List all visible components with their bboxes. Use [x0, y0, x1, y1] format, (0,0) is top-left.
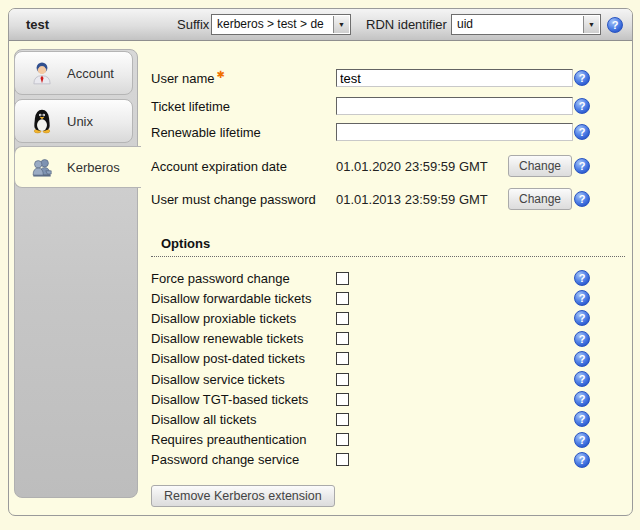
option-label: Disallow all tickets	[151, 412, 336, 427]
help-icon[interactable]: ?	[574, 432, 590, 448]
help-icon[interactable]: ?	[574, 158, 590, 174]
disallow-forwardable-checkbox[interactable]	[336, 292, 349, 305]
help-icon[interactable]: ?	[574, 371, 590, 387]
option-label: Disallow service tickets	[151, 372, 336, 387]
user-name-row: User name✱ ?	[151, 66, 590, 90]
sidebar-item-kerberos[interactable]: Kerberos	[14, 146, 141, 188]
must-change-password-row: User must change password 01.01.2013 23:…	[151, 187, 590, 211]
option-row-password-change-service: Password change service ?	[151, 450, 590, 470]
people-group-icon	[29, 154, 55, 180]
rdn-identifier-select[interactable]: uid ▼	[451, 14, 601, 35]
sidebar-item-label: Unix	[67, 114, 93, 129]
disallow-postdated-checkbox[interactable]	[336, 352, 349, 365]
must-change-password-label: User must change password	[151, 192, 336, 207]
option-row-disallow-proxiable: Disallow proxiable tickets ?	[151, 308, 590, 328]
suffix-selected-value: kerberos > test > de	[217, 15, 333, 34]
help-icon[interactable]: ?	[574, 351, 590, 367]
label-text: User name	[151, 72, 215, 87]
help-icon[interactable]: ?	[574, 391, 590, 407]
help-icon[interactable]: ?	[574, 411, 590, 427]
disallow-all-tickets-checkbox[interactable]	[336, 413, 349, 426]
password-change-service-checkbox[interactable]	[336, 453, 349, 466]
disallow-tgt-based-checkbox[interactable]	[336, 393, 349, 406]
option-label: Force password change	[151, 271, 336, 286]
option-row-disallow-forwardable: Disallow forwardable tickets ?	[151, 288, 590, 308]
options-heading-text: Options	[161, 236, 210, 251]
user-name-input[interactable]	[336, 69, 573, 87]
option-row-disallow-service: Disallow service tickets ?	[151, 369, 590, 389]
help-icon[interactable]: ?	[574, 452, 590, 468]
sidebar-item-unix[interactable]: Unix	[14, 99, 133, 143]
option-label: Disallow post-dated tickets	[151, 351, 336, 366]
suffix-label: Suffix	[177, 9, 209, 40]
help-icon[interactable]: ?	[574, 270, 590, 286]
option-label: Requires preauthentication	[151, 432, 336, 447]
option-row-disallow-all-tickets: Disallow all tickets ?	[151, 409, 590, 429]
option-row-force-password-change: Force password change ?	[151, 268, 590, 288]
option-label: Password change service	[151, 452, 336, 467]
help-icon[interactable]: ?	[574, 191, 590, 207]
options-heading: Options	[151, 236, 625, 257]
account-expiration-row: Account expiration date 01.01.2020 23:59…	[151, 154, 590, 178]
options-list: Force password change ? Disallow forward…	[151, 268, 590, 470]
chevron-down-icon: ▼	[333, 16, 349, 33]
account-avatar-icon	[29, 60, 55, 86]
account-expiration-label: Account expiration date	[151, 159, 336, 174]
option-row-disallow-postdated: Disallow post-dated tickets ?	[151, 349, 590, 369]
sidebar-item-label: Kerberos	[67, 160, 120, 175]
renewable-lifetime-input[interactable]	[336, 123, 573, 141]
disallow-service-checkbox[interactable]	[336, 373, 349, 386]
help-icon[interactable]: ?	[574, 124, 590, 140]
force-password-change-checkbox[interactable]	[336, 272, 349, 285]
user-name-label: User name✱	[151, 69, 336, 86]
rdn-selected-value: uid	[457, 15, 583, 34]
help-icon[interactable]: ?	[574, 331, 590, 347]
page-title: test	[26, 9, 49, 40]
help-icon[interactable]: ?	[574, 98, 590, 114]
chevron-down-icon: ▼	[583, 16, 599, 33]
sidebar-item-account[interactable]: Account	[14, 51, 133, 95]
change-password-date-button[interactable]: Change	[508, 188, 572, 210]
option-row-requires-preauthentication: Requires preauthentication ?	[151, 430, 590, 450]
disallow-proxiable-checkbox[interactable]	[336, 312, 349, 325]
remove-kerberos-extension-button[interactable]: Remove Kerberos extension	[151, 485, 335, 507]
option-label: Disallow proxiable tickets	[151, 311, 336, 326]
help-icon[interactable]: ?	[574, 290, 590, 306]
account-expiration-value: 01.01.2020 23:59:59 GMT	[336, 159, 508, 174]
rdn-identifier-label: RDN identifier	[366, 9, 447, 40]
title-bar: test Suffix kerberos > test > de ▼ RDN i…	[9, 9, 632, 41]
renewable-lifetime-label: Renewable lifetime	[151, 125, 336, 140]
sidebar-item-label: Account	[67, 66, 114, 81]
ticket-lifetime-label: Ticket lifetime	[151, 99, 336, 114]
option-row-disallow-renewable: Disallow renewable tickets ?	[151, 329, 590, 349]
account-editor-window: test Suffix kerberos > test > de ▼ RDN i…	[8, 8, 633, 516]
required-icon: ✱	[217, 69, 225, 80]
tux-penguin-icon	[29, 108, 55, 134]
disallow-renewable-checkbox[interactable]	[336, 332, 349, 345]
ticket-lifetime-row: Ticket lifetime ?	[151, 94, 590, 118]
help-icon[interactable]: ?	[607, 17, 623, 33]
must-change-password-value: 01.01.2013 23:59:59 GMT	[336, 192, 508, 207]
change-expiration-button[interactable]: Change	[508, 155, 572, 177]
help-icon[interactable]: ?	[574, 310, 590, 326]
requires-preauthentication-checkbox[interactable]	[336, 433, 349, 446]
option-label: Disallow TGT-based tickets	[151, 392, 336, 407]
suffix-select[interactable]: kerberos > test > de ▼	[211, 14, 351, 35]
help-icon[interactable]: ?	[574, 70, 590, 86]
ticket-lifetime-input[interactable]	[336, 97, 573, 115]
option-row-disallow-tgt-based: Disallow TGT-based tickets ?	[151, 389, 590, 409]
option-label: Disallow renewable tickets	[151, 331, 336, 346]
option-label: Disallow forwardable tickets	[151, 291, 336, 306]
renewable-lifetime-row: Renewable lifetime ?	[151, 120, 590, 144]
